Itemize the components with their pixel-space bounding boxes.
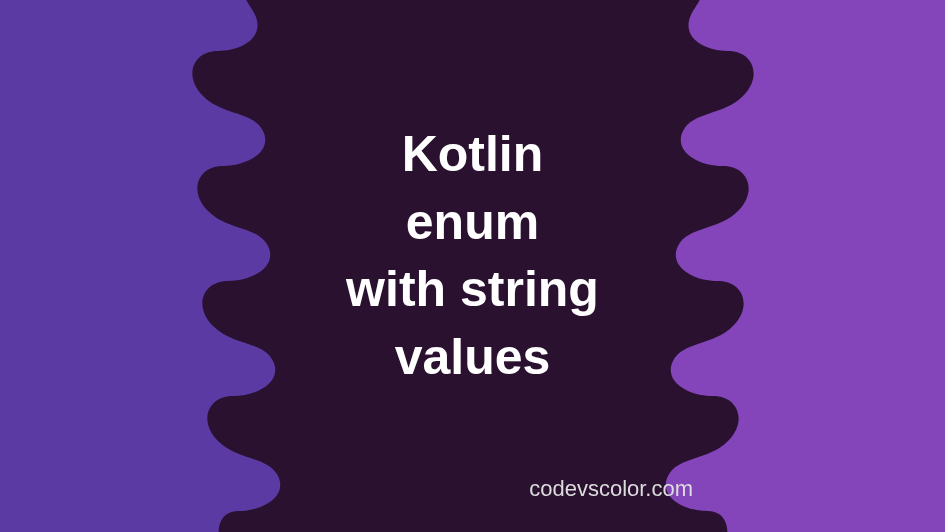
watermark-text: codevscolor.com — [529, 476, 693, 502]
title-line-1: Kotlin — [346, 121, 599, 189]
title-line-3: with string — [346, 256, 599, 324]
title-line-4: values — [346, 324, 599, 392]
banner-graphic: Kotlin enum with string values codevscol… — [0, 0, 945, 532]
content-area: Kotlin enum with string values — [0, 0, 945, 532]
title-line-2: enum — [346, 189, 599, 257]
banner-title: Kotlin enum with string values — [346, 121, 599, 391]
